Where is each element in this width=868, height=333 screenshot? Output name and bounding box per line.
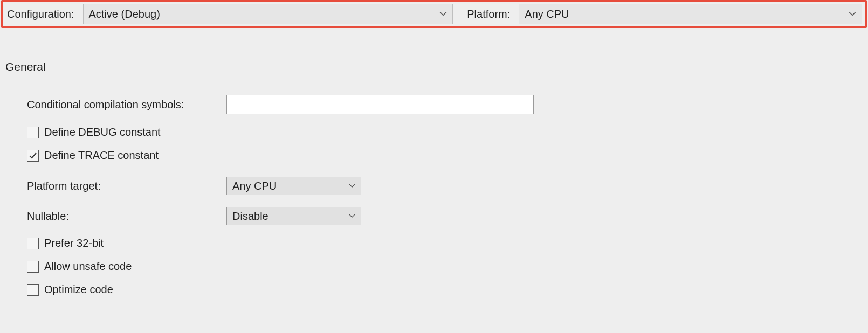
optimize-code-checkbox[interactable]: Optimize code	[27, 283, 868, 296]
prefer-32bit-checkbox[interactable]: Prefer 32-bit	[27, 237, 868, 249]
chevron-down-icon	[849, 10, 856, 18]
platform-target-dropdown[interactable]: Any CPU	[226, 177, 361, 195]
define-trace-checkbox[interactable]: Define TRACE constant	[27, 149, 868, 162]
define-debug-label: Define DEBUG constant	[44, 126, 161, 138]
row-nullable: Nullable: Disable	[27, 207, 868, 225]
nullable-label: Nullable:	[27, 210, 226, 223]
config-platform-bar: Configuration: Active (Debug) Platform: …	[1, 0, 867, 28]
configuration-label: Configuration:	[6, 8, 79, 20]
chevron-down-icon	[349, 213, 355, 219]
chevron-down-icon	[349, 183, 355, 189]
configuration-dropdown[interactable]: Active (Debug)	[83, 4, 453, 24]
platform-target-label: Platform target:	[27, 180, 226, 192]
define-debug-checkbox[interactable]: Define DEBUG constant	[27, 126, 868, 138]
prefer-32bit-label: Prefer 32-bit	[44, 237, 104, 249]
chevron-down-icon	[439, 10, 447, 18]
section-divider	[57, 67, 687, 67]
section-header-general: General	[5, 60, 868, 73]
conditional-symbols-label: Conditional compilation symbols:	[27, 99, 226, 111]
section-title: General	[5, 60, 46, 73]
platform-target-value: Any CPU	[232, 180, 277, 192]
define-trace-label: Define TRACE constant	[44, 149, 159, 162]
platform-dropdown[interactable]: Any CPU	[519, 4, 862, 24]
checkbox-icon	[27, 150, 39, 162]
checkbox-icon	[27, 238, 39, 249]
checkbox-icon	[27, 261, 39, 273]
row-conditional-symbols: Conditional compilation symbols:	[27, 95, 868, 114]
nullable-dropdown[interactable]: Disable	[226, 207, 361, 225]
configuration-value: Active (Debug)	[89, 8, 160, 20]
checkbox-icon	[27, 127, 39, 138]
nullable-value: Disable	[232, 210, 268, 223]
platform-label: Platform:	[457, 8, 514, 20]
allow-unsafe-checkbox[interactable]: Allow unsafe code	[27, 260, 868, 273]
platform-value: Any CPU	[525, 8, 569, 20]
conditional-symbols-input[interactable]	[226, 95, 534, 114]
checkbox-icon	[27, 284, 39, 296]
row-platform-target: Platform target: Any CPU	[27, 177, 868, 195]
optimize-code-label: Optimize code	[44, 283, 113, 296]
build-settings-panel: General Conditional compilation symbols:…	[0, 28, 868, 296]
allow-unsafe-label: Allow unsafe code	[44, 260, 132, 273]
